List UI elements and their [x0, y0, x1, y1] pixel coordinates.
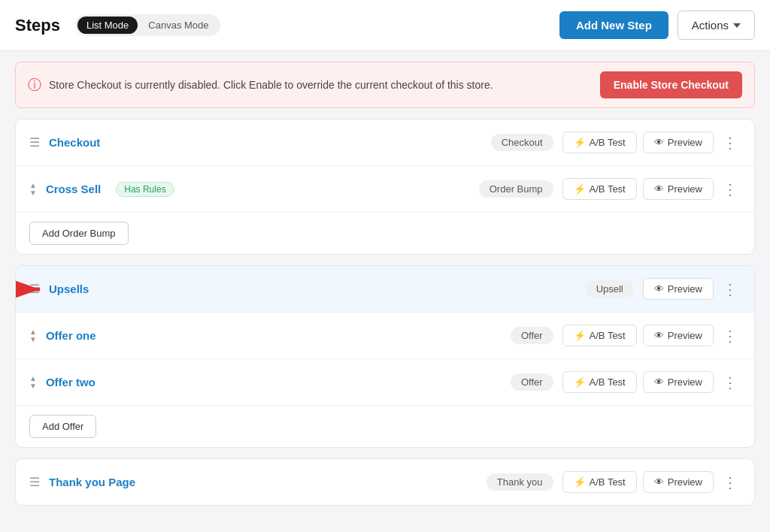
cross-sell-row-actions: ⚡ A/B Test 👁 Preview ⋮: [562, 178, 741, 200]
eye-icon: 👁: [654, 183, 664, 195]
checkout-preview-button[interactable]: 👁 Preview: [643, 131, 714, 153]
has-rules-badge: Has Rules: [116, 182, 174, 197]
add-order-bump-button[interactable]: Add Order Bump: [29, 222, 129, 245]
thankyou-group: ☰ Thank you Page Thank you ⚡ A/B Test 👁 …: [15, 458, 755, 506]
thankyou-preview-button[interactable]: 👁 Preview: [643, 471, 714, 493]
alert-banner: ⓘ Store Checkout is currently disabled. …: [15, 62, 755, 108]
cross-sell-more-button[interactable]: ⋮: [720, 180, 741, 198]
offer-one-ab-test-button[interactable]: ⚡ A/B Test: [562, 325, 637, 346]
checkout-row-actions: ⚡ A/B Test 👁 Preview ⋮: [562, 131, 741, 153]
info-icon: ⓘ: [28, 76, 41, 94]
eye-icon: 👁: [654, 283, 664, 295]
upsells-type-badge: Upsell: [586, 280, 634, 298]
ab-icon: ⚡: [574, 137, 586, 148]
offer-two-type-badge: Offer: [511, 373, 553, 391]
offer-one-row: ▲ ▼ Offer one Offer ⚡ A/B Test 👁 Preview…: [16, 313, 754, 359]
add-offer-row: Add Offer: [16, 406, 754, 447]
thankyou-row-actions: ⚡ A/B Test 👁 Preview ⋮: [562, 471, 741, 493]
list-mode-button[interactable]: List Mode: [77, 17, 138, 34]
cross-sell-step-name[interactable]: Cross Sell: [46, 183, 101, 195]
add-new-step-button[interactable]: Add New Step: [559, 11, 668, 39]
page-header: Steps List Mode Canvas Mode Add New Step…: [0, 0, 770, 51]
upsells-row: ☰ Upsells Upsell 👁 Preview: [16, 266, 754, 313]
checkout-type-badge: Checkout: [491, 134, 553, 151]
offer-one-preview-button[interactable]: 👁 Preview: [643, 325, 714, 346]
upsells-group: ☰ Upsells Upsell 👁 Preview: [15, 265, 755, 448]
actions-label: Actions: [692, 19, 729, 32]
offer-two-preview-button[interactable]: 👁 Preview: [643, 371, 714, 393]
thankyou-type-badge: Thank you: [487, 473, 553, 491]
thankyou-more-button[interactable]: ⋮: [720, 473, 741, 491]
actions-button[interactable]: Actions: [678, 11, 755, 40]
thankyou-drag-icon[interactable]: ☰: [29, 475, 40, 489]
thankyou-ab-test-button[interactable]: ⚡ A/B Test: [562, 471, 637, 493]
ab-icon: ⚡: [574, 476, 586, 488]
sort-arrows[interactable]: ▲ ▼: [29, 182, 37, 197]
eye-icon: 👁: [654, 476, 664, 488]
offer-one-more-button[interactable]: ⋮: [720, 327, 741, 345]
thankyou-row: ☰ Thank you Page Thank you ⚡ A/B Test 👁 …: [16, 459, 754, 505]
checkout-ab-test-button[interactable]: ⚡ A/B Test: [562, 131, 637, 153]
checkout-step-name[interactable]: Checkout: [49, 136, 100, 149]
eye-icon: 👁: [654, 330, 664, 341]
add-order-bump-row: Add Order Bump: [16, 213, 754, 254]
eye-icon: 👁: [654, 376, 664, 388]
offer-one-step-name[interactable]: Offer one: [46, 329, 96, 342]
checkout-more-button[interactable]: ⋮: [720, 134, 741, 152]
cross-sell-ab-test-button[interactable]: ⚡ A/B Test: [562, 178, 637, 200]
offer-two-more-button[interactable]: ⋮: [720, 373, 741, 391]
enable-store-checkout-button[interactable]: Enable Store Checkout: [600, 71, 742, 98]
chevron-down-icon: [733, 23, 741, 28]
mode-toggle: List Mode Canvas Mode: [75, 14, 220, 36]
upsells-row-actions: 👁 Preview ⋮: [643, 278, 741, 300]
offer-two-ab-test-button[interactable]: ⚡ A/B Test: [562, 371, 637, 393]
cross-sell-type-badge: Order Bump: [479, 180, 553, 198]
offer-two-step-name[interactable]: Offer two: [46, 376, 95, 388]
checkout-group: ☰ Checkout Checkout ⚡ A/B Test 👁 Preview…: [15, 119, 755, 255]
offer-one-sort-arrows[interactable]: ▲ ▼: [29, 328, 37, 343]
ab-icon: ⚡: [574, 330, 586, 341]
upsells-more-button[interactable]: ⋮: [720, 280, 741, 298]
offer-one-type-badge: Offer: [511, 327, 553, 344]
canvas-mode-button[interactable]: Canvas Mode: [139, 17, 217, 34]
offer-two-row-actions: ⚡ A/B Test 👁 Preview ⋮: [562, 371, 741, 393]
steps-content: ☰ Checkout Checkout ⚡ A/B Test 👁 Preview…: [0, 119, 770, 521]
add-offer-button[interactable]: Add Offer: [29, 415, 96, 438]
eye-icon: 👁: [654, 137, 664, 148]
offer-two-sort-arrows[interactable]: ▲ ▼: [29, 375, 37, 390]
alert-text: Store Checkout is currently disabled. Cl…: [49, 79, 593, 91]
cross-sell-preview-button[interactable]: 👁 Preview: [643, 178, 714, 200]
thankyou-step-name[interactable]: Thank you Page: [49, 476, 135, 488]
cross-sell-row: ▲ ▼ Cross Sell Has Rules Order Bump ⚡ A/…: [16, 166, 754, 213]
upsells-name-wrapper: Upsells: [49, 283, 89, 295]
page-title: Steps: [15, 16, 60, 35]
offer-two-row: ▲ ▼ Offer two Offer ⚡ A/B Test 👁 Preview…: [16, 359, 754, 406]
offer-one-row-actions: ⚡ A/B Test 👁 Preview ⋮: [562, 325, 741, 346]
upsells-preview-button[interactable]: 👁 Preview: [643, 278, 714, 300]
ab-icon: ⚡: [574, 376, 586, 388]
drag-icon[interactable]: ☰: [29, 135, 40, 150]
checkout-row: ☰ Checkout Checkout ⚡ A/B Test 👁 Preview…: [16, 119, 754, 166]
upsells-step-name[interactable]: Upsells: [49, 283, 89, 295]
ab-icon: ⚡: [574, 183, 586, 195]
red-arrow: [15, 276, 49, 303]
